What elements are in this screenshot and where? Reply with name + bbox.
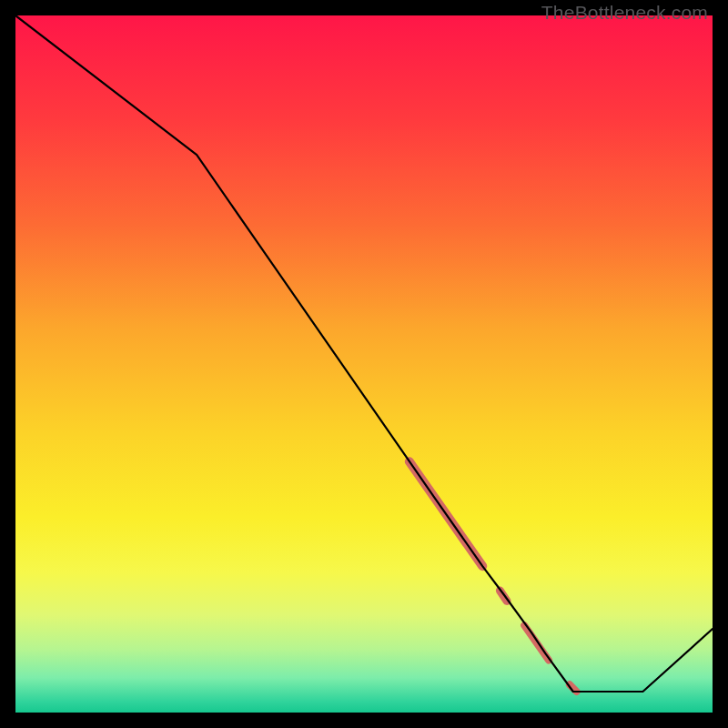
bottleneck-chart <box>15 15 713 713</box>
chart-frame: TheBottleneck.com <box>0 0 728 728</box>
plot-area <box>15 15 713 713</box>
chart-background <box>15 15 713 713</box>
